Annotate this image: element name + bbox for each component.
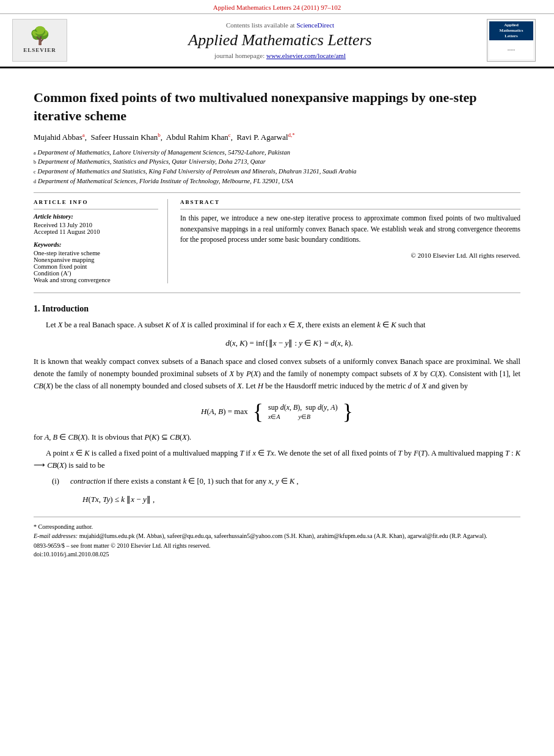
abstract-divider bbox=[180, 209, 520, 209]
abstract-text: In this paper, we introduce a new one-st… bbox=[180, 213, 520, 245]
authors-line: Mujahid Abbasa, Safeer Hussain Khanb, Ab… bbox=[34, 132, 520, 142]
keyword-5: Weak and strong convergence bbox=[34, 277, 158, 283]
elsevier-logo-image: 🌳 ELSEVIER bbox=[12, 19, 67, 62]
page: Applied Mathematics Letters 24 (2011) 97… bbox=[0, 0, 554, 756]
received-date: Received 13 July 2010 bbox=[34, 222, 158, 228]
keyword-4: Condition (A′) bbox=[34, 270, 158, 277]
intro-para-2: It is known that weakly compact convex s… bbox=[34, 355, 520, 392]
article-info-abstract: ARTICLE INFO Article history: Received 1… bbox=[34, 199, 520, 283]
section-1-label: Introduction bbox=[42, 304, 89, 313]
journal-title: Applied Mathematics Letters bbox=[79, 31, 481, 49]
footer-divider bbox=[34, 517, 520, 517]
definition-list: (i) contraction if there exists a consta… bbox=[52, 475, 520, 487]
elsevier-tree-icon: 🌳 bbox=[29, 27, 51, 45]
journal-thumbnail: AppliedMathematicsLetters ▪▪▪▪▪ bbox=[487, 19, 536, 62]
elsevier-brand-text: ELSEVIER bbox=[23, 47, 56, 53]
journal-homepage: journal homepage: www.elsevier.com/locat… bbox=[79, 52, 481, 59]
main-content: Common fixed points of two multivalued n… bbox=[0, 68, 554, 570]
article-info-heading: ARTICLE INFO bbox=[34, 199, 158, 205]
intro-para-1: Let X be a real Banach space. A subset K… bbox=[34, 319, 520, 331]
journal-ref-text: Applied Mathematics Letters 24 (2011) 97… bbox=[213, 4, 341, 11]
formula-1: d(x, K) = inf{‖x − y‖ : y ∈ K} = d(x, k)… bbox=[58, 338, 520, 348]
article-info-column: ARTICLE INFO Article history: Received 1… bbox=[34, 199, 168, 283]
content-divider bbox=[34, 293, 520, 293]
affiliation-d: d Department of Mathematical Sciences, F… bbox=[34, 176, 520, 186]
doi-line: doi:10.1016/j.aml.2010.08.025 bbox=[34, 551, 520, 558]
journal-header-center: Contents lists available at ScienceDirec… bbox=[79, 19, 481, 62]
corresponding-note: * Corresponding author. bbox=[34, 522, 520, 531]
intro-para-4: A point x ∈ K is called a fixed point of… bbox=[34, 447, 520, 471]
email-addresses: mujahid@lums.edu.pk (M. Abbas), safeer@q… bbox=[79, 532, 487, 539]
affiliation-c: c Department of Mathematics and Statisti… bbox=[34, 167, 520, 176]
info-divider bbox=[34, 209, 158, 209]
journal-ref-bar: Applied Mathematics Letters 24 (2011) 97… bbox=[0, 0, 554, 14]
formula-hausdorff: H(A, B) = max { sup d(x, B), sup d(y, A)… bbox=[34, 401, 520, 423]
email-label: E-mail addresses: bbox=[34, 532, 78, 539]
header-divider bbox=[34, 192, 520, 193]
intro-para-3: for A, B ∈ CB(X). It is obvious that P(K… bbox=[34, 431, 520, 443]
keyword-2: Nonexpansive mapping bbox=[34, 256, 158, 263]
section-1-number: 1. bbox=[34, 304, 40, 313]
contents-availability: Contents lists available at ScienceDirec… bbox=[79, 21, 481, 29]
article-history-label: Article history: bbox=[34, 213, 158, 220]
keywords-label: Keywords: bbox=[34, 241, 158, 248]
affiliation-b: b Department of Mathematics, Statistics … bbox=[34, 157, 520, 167]
keyword-1: One-step iterative scheme bbox=[34, 250, 158, 256]
email-line: E-mail addresses: mujahid@lums.edu.pk (M… bbox=[34, 531, 520, 540]
affiliations: a Department of Mathematics, Lahore Univ… bbox=[34, 148, 520, 186]
abstract-column: ABSTRACT In this paper, we introduce a n… bbox=[180, 199, 520, 283]
journal-thumb-title: AppliedMathematicsLetters bbox=[489, 21, 533, 40]
accepted-date: Accepted 11 August 2010 bbox=[34, 228, 158, 235]
journal-header: 🌳 ELSEVIER Contents lists available at S… bbox=[0, 14, 554, 68]
affiliation-a: a Department of Mathematics, Lahore Univ… bbox=[34, 148, 520, 158]
section-1-title: 1. Introduction bbox=[34, 304, 520, 314]
journal-thumb-content: ▪▪▪▪▪ bbox=[489, 40, 533, 59]
copyright-line: © 2010 Elsevier Ltd. All rights reserved… bbox=[180, 252, 520, 259]
sciencedirect-link[interactable]: ScienceDirect bbox=[296, 21, 334, 29]
def-item-1: (i) contraction if there exists a consta… bbox=[52, 475, 520, 487]
paper-title: Common fixed points of two multivalued n… bbox=[34, 89, 520, 125]
keyword-3: Common fixed point bbox=[34, 263, 158, 270]
homepage-url[interactable]: www.elsevier.com/locate/aml bbox=[266, 52, 346, 59]
issn-line: 0893-9659/$ – see front matter © 2010 El… bbox=[34, 542, 520, 549]
abstract-heading: ABSTRACT bbox=[180, 199, 520, 205]
elsevier-logo: 🌳 ELSEVIER bbox=[6, 19, 73, 62]
formula-contraction: H(Tx, Ty) ≤ k ‖x − y‖ , bbox=[82, 495, 520, 504]
